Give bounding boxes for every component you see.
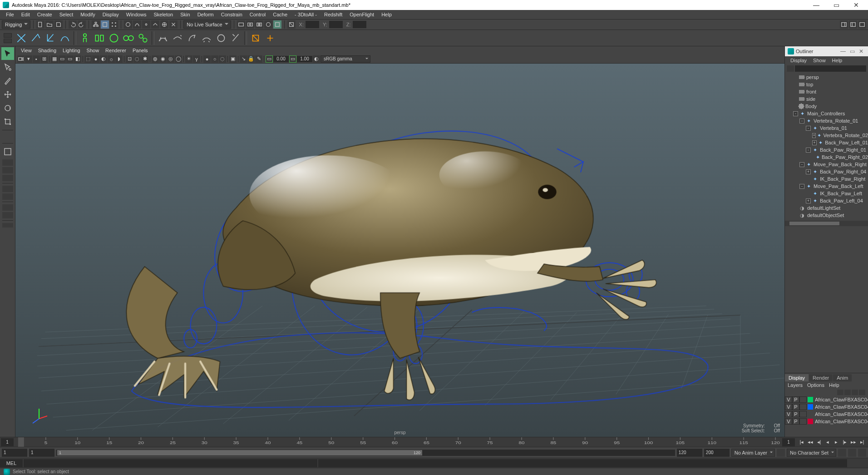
outliner-item-top[interactable]: top [785,81,868,88]
layers-help-menu[interactable]: Help [829,382,839,388]
menu-windows[interactable]: Windows [123,11,150,18]
menu-create[interactable]: Create [34,11,55,18]
image-plane-icon[interactable]: ▪ [33,55,40,63]
gamma-icon[interactable]: γ [193,55,200,63]
isolate-select-icon[interactable]: ⊡ [126,55,133,63]
viewport[interactable]: persp Symmetry:Off Soft Select:Off [15,64,784,437]
wireframe-icon[interactable]: ⬚ [84,55,92,63]
layers-options-menu[interactable]: Options [807,382,824,388]
outliner-item-back-paw-right-04[interactable]: +Back_Paw_Right_04 [785,168,868,175]
film-gate-icon[interactable]: ▭ [59,55,66,63]
auto-key-icon[interactable] [838,449,846,457]
time-ruler[interactable]: 1510152025303540455055606570758085909510… [15,437,781,447]
command-history-icon[interactable] [858,459,866,467]
outliner-hscroll[interactable] [785,221,868,226]
layer-vis-toggle[interactable]: V [785,396,792,403]
script-editor-icon[interactable] [849,459,857,467]
select-object-icon[interactable] [101,20,109,29]
outliner-item-defaultlightset[interactable]: defaultLightSet [785,204,868,212]
layer-row[interactable]: V P African_ClawFBXASC04 [785,418,868,425]
new-scene-icon[interactable] [36,20,44,29]
menu-openflight[interactable]: OpenFlight [346,11,377,18]
range-end-inner[interactable]: 120 [677,449,702,457]
lasso-select-icon[interactable] [29,31,43,45]
shadows-icon[interactable]: ◗ [115,55,123,63]
script-language-label[interactable]: MEL [0,459,23,467]
insert-joint-icon[interactable] [122,31,135,45]
bind-skin-icon[interactable] [156,31,170,45]
tree-expander[interactable]: - [806,126,811,131]
menu-help[interactable]: Help [378,11,395,18]
maximize-button[interactable]: ▭ [827,0,845,10]
menu-skeleton[interactable]: Skeleton [150,11,176,18]
vp-greasepencil-icon[interactable]: ✎ [255,55,262,63]
sidebar-toggle-3-icon[interactable] [858,20,866,29]
close-button[interactable]: ✕ [847,0,865,10]
outliner-minimize-button[interactable]: — [839,48,847,54]
ao-icon[interactable]: ◍ [152,55,159,63]
layer-new-selected-icon[interactable] [859,390,865,395]
layer-type-toggle[interactable] [799,418,807,425]
outliner-item-side[interactable]: side [785,95,868,103]
motion-blur-icon[interactable]: ◉ [159,55,167,63]
xray-icon[interactable]: ◌ [133,55,141,63]
outliner-tree[interactable]: persptopfrontsideBody-Main_Controllers-V… [785,73,868,373]
outliner-item-back-paw-left-04[interactable]: +Back_Paw_Left_04 [785,197,868,204]
gate-a-value[interactable]: 0.00 [273,56,289,62]
mirror-weights-icon[interactable] [214,31,228,45]
ik-handle-icon[interactable] [93,31,106,45]
smooth-weights-icon[interactable] [200,31,213,45]
snap-live-icon[interactable] [160,20,168,29]
use-lights-icon[interactable]: ☼ [108,55,115,63]
anim-layer-options-icon[interactable] [777,449,785,457]
layer-row[interactable]: V P African_ClawFBXASC04 [785,396,868,403]
menu-control[interactable]: Control [247,11,269,18]
exposure-icon[interactable]: ☀ [185,55,192,63]
go-start-button[interactable]: |◂ [798,438,806,446]
range-track[interactable]: 1120 [56,450,675,456]
outliner-item-move-paw-back-right[interactable]: -Move_Paw_Back_Right [785,161,868,168]
render-settings-icon[interactable] [255,20,263,29]
xray-joints-icon[interactable]: ✱ [141,55,148,63]
outliner-menu-show[interactable]: Show [810,57,829,64]
outliner-item-body[interactable]: Body [785,103,868,110]
range-thumb[interactable]: 1120 [57,450,422,455]
soft-select-icon[interactable] [58,31,72,45]
snap-grid-icon[interactable] [124,20,132,29]
menu-modify[interactable]: Modify [77,11,98,18]
dope-sheet-layout[interactable] [2,193,13,200]
range-start-inner[interactable]: 1 [29,449,54,457]
lights-all-icon[interactable]: ● [203,55,211,63]
layer-type-toggle[interactable] [799,404,807,410]
tree-expander[interactable]: - [806,148,811,153]
workspace-dropdown[interactable]: Rigging [2,20,30,29]
menu-skin[interactable]: Skin [177,11,193,18]
layer-vis-toggle[interactable]: V [785,411,792,417]
menu-edit[interactable]: Edit [18,11,33,18]
outliner-item-ik-back-paw-left[interactable]: IK_Back_Paw_Left [785,190,868,197]
coord-y-input[interactable] [329,21,343,28]
next-key-button[interactable]: |▸ [841,438,849,446]
camera-select-icon[interactable] [17,55,25,63]
construction-history-icon[interactable] [287,20,296,29]
current-frame-start[interactable]: 1 [1,438,14,446]
tree-expander[interactable]: - [799,119,804,124]
sidebar-toggle-1-icon[interactable] [840,20,848,29]
tree-expander[interactable]: + [806,169,811,174]
go-end-button[interactable]: ▸| [858,438,866,446]
layout-more[interactable] [2,223,13,228]
outliner-item-persp[interactable]: persp [785,74,868,81]
textured-icon[interactable]: ◐ [100,55,107,63]
panel-menu-view[interactable]: View [18,47,35,54]
tab-display[interactable]: Display [785,374,809,381]
outliner-item-vertebra-01[interactable]: -Vertebra_01 [785,124,868,132]
panel-menu-shading[interactable]: Shading [35,47,59,54]
render-view-icon[interactable] [273,20,281,29]
single-pane-layout[interactable] [1,145,14,158]
outliner-layout[interactable] [2,175,13,181]
layer-type-toggle[interactable] [799,396,807,403]
open-scene-icon[interactable] [45,20,54,29]
layer-playback-toggle[interactable]: P [792,411,799,417]
prev-key-button[interactable]: ◂| [815,438,823,446]
layer-move-down-icon[interactable] [844,390,851,395]
